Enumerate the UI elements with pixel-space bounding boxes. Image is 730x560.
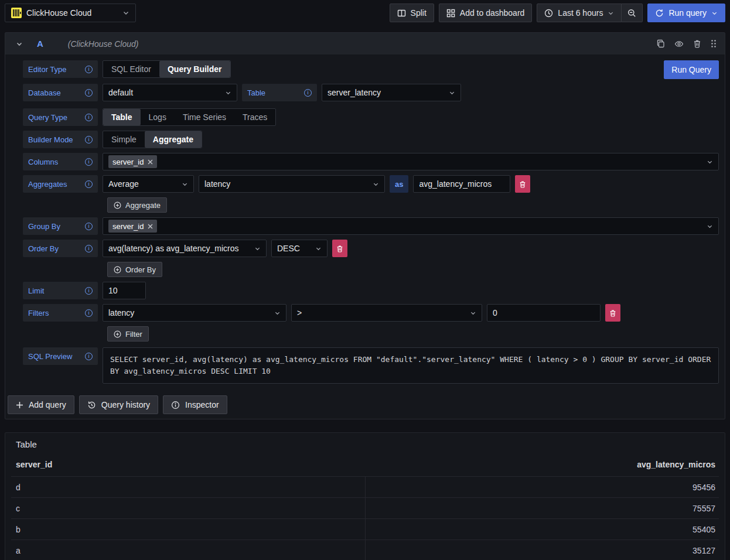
apps-grid-icon — [446, 9, 455, 18]
builder-mode-label: Builder Mode — [23, 131, 98, 148]
run-query-button-editor[interactable]: Run Query — [664, 60, 719, 79]
query-type-time-series[interactable]: Time Series — [175, 109, 234, 125]
datasource-picker[interactable]: ClickHouse Cloud — [5, 4, 136, 22]
remove-aggregate-button[interactable] — [515, 175, 530, 193]
query-ref-id[interactable]: A — [37, 39, 43, 49]
info-circle-icon[interactable] — [85, 180, 93, 188]
query-type-logs[interactable]: Logs — [141, 109, 175, 125]
remove-filter-button[interactable] — [605, 304, 620, 322]
query-builder-option[interactable]: Query Builder — [159, 61, 230, 77]
filter-field-select[interactable]: latency — [103, 304, 286, 322]
info-circle-icon[interactable] — [85, 245, 93, 252]
group-by-multiselect[interactable]: server_id — [103, 217, 719, 235]
table-label: Table — [242, 84, 317, 101]
time-range-label: Last 6 hours — [558, 8, 603, 18]
group-by-row: Group By server_id — [23, 217, 719, 235]
add-to-dashboard-button[interactable]: Add to dashboard — [439, 4, 533, 22]
database-select[interactable]: default — [103, 84, 237, 101]
aggregate-alias-input[interactable] — [413, 175, 510, 193]
hide-query-eye-icon[interactable] — [674, 39, 684, 49]
cell-avg-latency: 75557 — [365, 498, 719, 519]
cell-server-id: a — [11, 540, 365, 560]
remove-order-by-button[interactable] — [332, 240, 347, 257]
info-circle-icon[interactable] — [85, 158, 93, 166]
chevron-down-icon — [274, 310, 281, 316]
copy-query-icon[interactable] — [656, 39, 665, 48]
run-query-button-toolbar[interactable]: Run query — [647, 4, 725, 22]
cell-avg-latency: 55405 — [365, 519, 719, 540]
cell-server-id: d — [11, 477, 365, 498]
info-circle-icon[interactable] — [85, 309, 93, 317]
add-filter-button[interactable]: Filter — [107, 326, 149, 342]
table-header-row: server_id avg_latency_micros — [11, 457, 719, 477]
table-select[interactable]: server_latency — [322, 84, 461, 101]
time-range-picker[interactable]: Last 6 hours — [537, 4, 622, 22]
column-header-server-id[interactable]: server_id — [11, 457, 365, 477]
add-aggregate-subrow: Aggregate — [107, 197, 719, 213]
query-type-table[interactable]: Table — [103, 109, 141, 125]
filter-value-input[interactable] — [487, 304, 601, 322]
info-circle-icon[interactable] — [85, 89, 93, 97]
info-circle-icon[interactable] — [85, 66, 93, 73]
limit-label: Limit — [23, 282, 98, 299]
chevron-down-icon — [122, 9, 129, 16]
info-circle-icon[interactable] — [85, 287, 93, 295]
query-type-label: Query Type — [23, 108, 98, 126]
chevron-down-icon — [449, 90, 455, 96]
table-panel: Table server_id avg_latency_micros d 954… — [5, 432, 725, 560]
cell-avg-latency: 35127 — [365, 540, 719, 560]
limit-input[interactable] — [103, 282, 146, 299]
chevron-down-icon — [470, 310, 476, 316]
split-label: Split — [411, 8, 427, 18]
split-button[interactable]: Split — [390, 4, 434, 22]
query-history-button[interactable]: Query history — [79, 395, 158, 414]
order-by-direction-select[interactable]: DESC — [271, 240, 328, 257]
cell-server-id: c — [11, 498, 365, 519]
query-editor-card: A (ClickHouse Cloud) Editor Type — [5, 32, 725, 419]
inspector-button[interactable]: Inspector — [163, 395, 227, 414]
close-icon[interactable] — [148, 159, 153, 165]
chevron-down-icon[interactable] — [711, 10, 718, 16]
chevron-down-icon — [254, 245, 261, 252]
plus-circle-icon — [114, 330, 121, 338]
zoom-out-icon — [627, 9, 636, 18]
aggregate-column-select[interactable]: latency — [199, 175, 385, 193]
query-editor-header: A (ClickHouse Cloud) — [5, 33, 725, 54]
builder-mode-aggregate[interactable]: Aggregate — [145, 131, 202, 148]
info-circle-icon[interactable] — [85, 223, 93, 230]
columns-multiselect[interactable]: server_id — [103, 153, 719, 170]
query-type-toggle: Table Logs Time Series Traces — [103, 108, 276, 126]
query-editor-footer: Add query Query history Inspector — [5, 384, 725, 419]
column-header-avg-latency[interactable]: avg_latency_micros — [365, 457, 719, 477]
chevron-down-icon — [225, 90, 231, 96]
builder-mode-toggle: Simple Aggregate — [103, 131, 202, 148]
query-type-traces[interactable]: Traces — [234, 109, 275, 125]
columns-label: Columns — [23, 153, 98, 170]
editor-type-row: Editor Type SQL Editor Query Builder Run… — [23, 60, 719, 79]
editor-type-toggle: SQL Editor Query Builder — [103, 60, 231, 78]
as-badge: as — [390, 175, 408, 193]
delete-query-trash-icon[interactable] — [693, 39, 701, 48]
info-circle-icon[interactable] — [85, 353, 93, 360]
filters-row: Filters latency > — [23, 304, 719, 322]
sql-editor-option[interactable]: SQL Editor — [103, 61, 159, 77]
add-query-button[interactable]: Add query — [8, 395, 74, 414]
close-icon[interactable] — [148, 224, 153, 229]
add-to-dashboard-label: Add to dashboard — [460, 8, 525, 18]
drag-handle-icon[interactable] — [711, 39, 717, 48]
order-by-label: Order By — [23, 240, 98, 257]
add-aggregate-button[interactable]: Aggregate — [107, 197, 167, 213]
time-zoom-out-button[interactable] — [622, 4, 643, 22]
order-by-row: Order By avg(latency) as avg_latency_mic… — [23, 240, 719, 257]
order-by-field-select[interactable]: avg(latency) as avg_latency_micros — [103, 240, 267, 257]
builder-mode-simple[interactable]: Simple — [103, 131, 145, 148]
info-circle-icon[interactable] — [304, 89, 312, 97]
filter-operator-select[interactable]: > — [291, 304, 482, 322]
split-icon — [397, 9, 406, 18]
info-circle-icon[interactable] — [85, 136, 93, 144]
aggregate-function-select[interactable]: Average — [103, 175, 194, 193]
aggregates-label: Aggregates — [23, 175, 98, 193]
collapse-chevron-icon[interactable] — [16, 40, 23, 47]
add-order-by-button[interactable]: Order By — [107, 262, 162, 277]
info-circle-icon[interactable] — [85, 114, 93, 121]
